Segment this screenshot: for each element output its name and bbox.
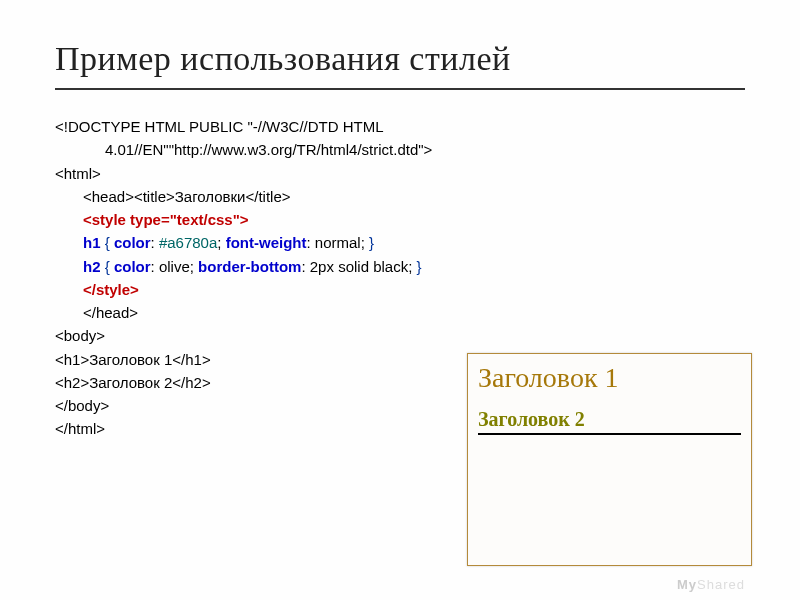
head-title-line: <head><title>Заголовки</title> <box>55 185 745 208</box>
css-h2-rule: h2 { color: olive; border-bottom: 2px so… <box>55 255 745 278</box>
doctype-line-2: 4.01//EN""http://www.w3.org/TR/html4/str… <box>55 138 745 161</box>
html-open: <html> <box>55 162 745 185</box>
style-close: </style> <box>55 278 745 301</box>
preview-heading-2: Заголовок 2 <box>478 408 741 435</box>
preview-heading-1: Заголовок 1 <box>478 362 741 394</box>
slide-title: Пример использования стилей <box>55 40 745 78</box>
head-close: </head> <box>55 301 745 324</box>
css-h1-rule: h1 { color: #a6780a; font-weight: normal… <box>55 231 745 254</box>
title-underline <box>55 88 745 90</box>
doctype-line-1: <!DOCTYPE HTML PUBLIC "-//W3C//DTD HTML <box>55 115 745 138</box>
watermark-text: MyShared <box>677 577 745 592</box>
style-open: <style type="text/css"> <box>55 208 745 231</box>
body-open: <body> <box>55 324 745 347</box>
rendered-preview: Заголовок 1 Заголовок 2 <box>467 353 752 566</box>
